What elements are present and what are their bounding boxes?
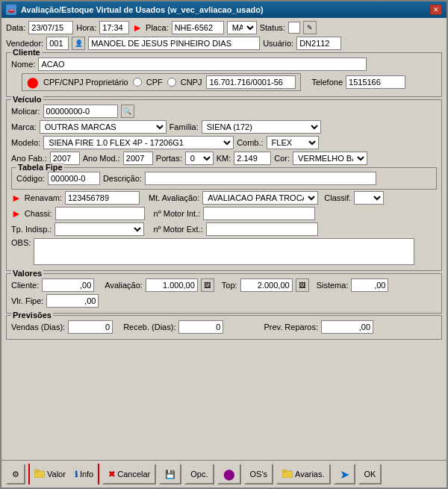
km-input[interactable]: 2.149 [234, 152, 271, 165]
purple-button[interactable]: ⬤ [217, 464, 241, 485]
usuario-input[interactable]: DN2112 [296, 37, 341, 50]
vendedor-code-input[interactable]: 001 [46, 37, 69, 50]
window-title: Avaliação/Estoque Virtual de Usados (w_v… [21, 5, 264, 14]
red-circle-icon: ⬤ [27, 76, 39, 88]
top-input[interactable]: 2.000,00 [240, 278, 293, 292]
marca-select[interactable]: OUTRAS MARCAS [40, 120, 167, 134]
prev-reparos-input[interactable]: ,00 [321, 320, 373, 334]
modelo-row: Modelo: SIENA FIRE 1.0 FLEX 4P - 17206G1… [11, 136, 437, 149]
portas-select[interactable]: 0 [185, 152, 214, 165]
chassi-arrow-icon: ► [11, 208, 22, 219]
estado-select[interactable]: MA [227, 21, 257, 34]
chassi-input[interactable] [55, 207, 145, 220]
vlr-fipe-input[interactable]: ,00 [46, 294, 99, 308]
cpf-radio[interactable] [133, 78, 142, 87]
close-button[interactable]: ✕ [430, 4, 442, 15]
familia-label: Família: [169, 122, 199, 131]
valor-button[interactable]: Valor [30, 464, 70, 485]
placa-input[interactable]: NHE-6562 [172, 21, 224, 34]
molicar-search-icon[interactable]: 🔍 [121, 105, 134, 118]
renavam-label: Renavam: [25, 193, 62, 202]
obs-textarea[interactable] [34, 238, 414, 265]
renavam-row: ► Renavam: 123456789 Mt. Avaliação: AVAL… [11, 191, 437, 205]
cpf-cnpj-input[interactable]: 16.701.716/0001-56 [206, 75, 296, 89]
hora-input[interactable]: 17:34 [99, 21, 129, 34]
disk-button[interactable]: 💾 [159, 464, 181, 485]
modelo-select[interactable]: SIENA FIRE 1.0 FLEX 4P - 17206G1 [43, 136, 234, 149]
receb-dias-input[interactable]: 0 [178, 320, 223, 334]
previsoes-row: Vendas (Dias): 0 Receb. (Dias): 0 Prev. … [11, 320, 437, 334]
chassi-label: Chassi: [25, 209, 52, 218]
descricao-label: Descrição: [103, 174, 142, 183]
opc-button[interactable]: Opc. [184, 464, 214, 485]
ok-button[interactable]: OK [358, 464, 382, 485]
modelo-label: Modelo: [11, 138, 40, 147]
previsoes-section-label: Previsões [11, 311, 53, 320]
ano-row: Ano Fab.: 2007 Ano Mod.: 2007 Portas: 0 … [11, 152, 437, 165]
ano-fab-label: Ano Fab.: [11, 154, 47, 163]
telefone-input[interactable]: 1515166 [346, 75, 405, 89]
avaliacao-icon[interactable]: 🖼 [201, 278, 214, 292]
tp-indisp-select[interactable] [55, 222, 144, 236]
main-window: 🚗 Avaliação/Estoque Virtual de Usados (w… [0, 0, 448, 489]
marca-row: Marca: OUTRAS MARCAS Família: SIENA (172… [11, 120, 437, 134]
data-label: Data: [6, 23, 25, 32]
info-button[interactable]: ℹ Info [70, 464, 98, 485]
data-input[interactable]: 23/07/15 [28, 21, 73, 34]
cpf-radio-label: CPF [146, 78, 163, 87]
blue-arrow-button[interactable]: ➤ [334, 464, 355, 485]
vendas-dias-input[interactable]: 0 [68, 320, 113, 334]
receb-dias-label: Receb. (Dias): [123, 323, 175, 331]
disk-icon: 💾 [165, 470, 175, 479]
n-motor-ext-input[interactable] [206, 222, 318, 236]
comb-select[interactable]: FLEX [267, 136, 319, 149]
chassi-row: ► Chassi: nº Motor Int.: [11, 207, 437, 220]
familia-select[interactable]: SIENA (172) [202, 120, 321, 134]
nome-label: Nome: [11, 60, 35, 69]
vendedor-name-input[interactable]: MANOEL DE JESUS PINHEIRO DIAS [88, 37, 260, 50]
top-icon[interactable]: 🖼 [296, 278, 309, 292]
info-label: Info [80, 470, 93, 479]
folder-icon [34, 469, 45, 479]
comb-label: Comb.: [237, 138, 263, 147]
status-pencil-icon[interactable]: ✎ [303, 21, 317, 34]
purple-icon: ⬤ [223, 468, 235, 480]
cliente-val-input[interactable]: ,00 [42, 278, 94, 292]
vlr-fipe-label: Vlr. Fipe: [11, 296, 43, 305]
cliente-section-label: Cliente [11, 48, 42, 57]
vendas-dias-label: Vendas (Dias): [11, 323, 65, 331]
tp-indisp-row: Tp. Indisp.: nº Motor Ext.: [11, 222, 437, 236]
telefone-label: Telefone [311, 78, 343, 87]
cancelar-button[interactable]: ✖ Cancelar [102, 464, 156, 485]
molicar-input[interactable]: 00000000-0 [43, 105, 118, 118]
app-icon: 🚗 [6, 4, 16, 15]
cor-select[interactable]: VERMELHO BAROC [293, 152, 367, 165]
fipe-box: Tabela Fipe Código: 000000-0 Descrição: [11, 167, 437, 190]
avarias-button[interactable]: Avarias. [276, 464, 331, 485]
cnpj-radio[interactable] [167, 78, 176, 87]
sistema-label: Sistema: [317, 281, 349, 290]
os-button[interactable]: OS's [244, 464, 274, 485]
n-motor-int-input[interactable] [203, 207, 315, 220]
mt-avaliacao-label: Mt. Avaliação: [149, 193, 199, 202]
sistema-input[interactable]: ,00 [351, 278, 388, 292]
classif-select[interactable] [354, 191, 384, 205]
main-content: Data: 23/07/15 Hora: 17:34 ► Placa: NHE-… [1, 18, 447, 460]
fipe-row: Código: 000000-0 Descrição: [16, 172, 432, 185]
valores-section-label: Valores [11, 269, 43, 278]
settings-button[interactable]: ⚙ [6, 464, 25, 485]
usuario-label: Usuário: [263, 39, 293, 48]
codigo-input[interactable]: 000000-0 [48, 172, 100, 185]
obs-row: OBS: [11, 238, 437, 265]
avaliacao-input[interactable]: 1.000,00 [146, 278, 198, 292]
descricao-input[interactable] [145, 172, 376, 185]
ano-mod-input[interactable]: 2007 [123, 152, 153, 165]
vendedor-search-icon[interactable]: 👤 [72, 37, 85, 50]
portas-label: Portas: [156, 154, 182, 163]
bottom-bar: ⚙ Valor ℹ Info ✖ Cancelar [1, 460, 447, 488]
nome-input[interactable]: ACAO [38, 57, 367, 71]
km-label: KM: [217, 154, 231, 163]
mt-avaliacao-select[interactable]: AVALIACAO PARA TROCA [202, 191, 318, 205]
status-checkbox[interactable] [288, 22, 300, 34]
renavam-input[interactable]: 123456789 [65, 191, 140, 205]
